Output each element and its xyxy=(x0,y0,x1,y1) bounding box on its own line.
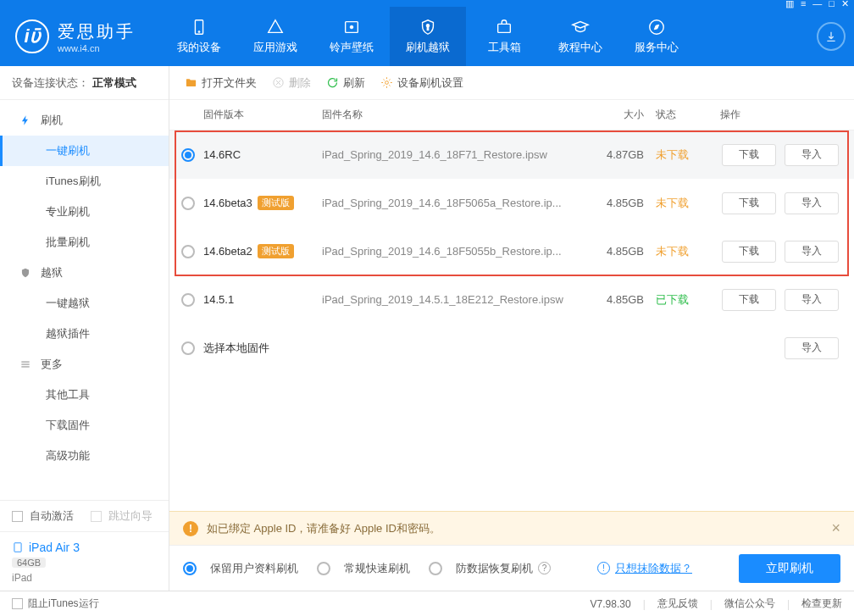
app-subtitle: www.i4.cn xyxy=(58,43,136,53)
version-label: V7.98.30 xyxy=(591,598,631,610)
svg-point-3 xyxy=(350,25,353,29)
sidebar-item-batch-flash[interactable]: 批量刷机 xyxy=(0,227,169,258)
help-icon[interactable]: ? xyxy=(538,562,551,574)
wechat-link[interactable]: 微信公众号 xyxy=(724,597,775,611)
logo-icon: iῡ xyxy=(15,19,49,53)
compass-icon xyxy=(647,18,666,36)
phone-icon xyxy=(190,18,208,36)
sidebar-group-flash[interactable]: 刷机 xyxy=(0,105,169,136)
gear-icon xyxy=(380,76,393,89)
import-button[interactable]: 导入 xyxy=(785,192,839,214)
sidebar-item-jb-plugins[interactable]: 越狱插件 xyxy=(0,319,169,349)
auto-activate-checkbox[interactable] xyxy=(12,511,23,522)
refresh-icon xyxy=(326,76,339,89)
skip-guide-label: 跳过向导 xyxy=(108,508,152,524)
block-itunes-label: 阻止iTunes运行 xyxy=(28,597,99,611)
nav-service[interactable]: 服务中心 xyxy=(618,7,695,66)
warning-bar: ! 如已绑定 Apple ID，请准备好 Apple ID和密码。 × xyxy=(169,511,854,545)
sidebar-item-oneclick-jb[interactable]: 一键越狱 xyxy=(0,288,169,319)
sidebar-group-more[interactable]: 更多 xyxy=(0,349,169,380)
close-icon[interactable]: ✕ xyxy=(841,0,849,9)
row-radio[interactable] xyxy=(181,341,195,355)
th-action: 操作 xyxy=(703,108,839,122)
svg-rect-5 xyxy=(427,27,429,31)
firmware-row[interactable]: 14.5.1 iPad_Spring_2019_14.5.1_18E212_Re… xyxy=(169,275,854,324)
footer: 阻止iTunes运行 V7.98.30 | 意见反馈 | 微信公众号 | 检查更… xyxy=(0,591,854,616)
nav-apps[interactable]: 应用游戏 xyxy=(237,7,313,66)
download-manager-button[interactable] xyxy=(817,22,846,51)
window-controls[interactable]: ▥ ≡ — □ ✕ xyxy=(785,0,849,9)
import-button[interactable]: 导入 xyxy=(785,144,839,166)
settings-button[interactable]: 设备刷机设置 xyxy=(380,75,463,91)
info-icon: ! xyxy=(597,562,610,574)
import-button[interactable]: 导入 xyxy=(785,241,839,263)
row-radio[interactable] xyxy=(181,148,195,162)
check-update-link[interactable]: 检查更新 xyxy=(801,597,842,611)
import-button[interactable]: 导入 xyxy=(785,289,839,311)
sidebar-item-advanced[interactable]: 高级功能 xyxy=(0,441,169,471)
nav-my-device[interactable]: 我的设备 xyxy=(161,7,237,66)
start-flash-button[interactable]: 立即刷机 xyxy=(739,554,840,583)
sidebar-group-jailbreak[interactable]: 越狱 xyxy=(0,258,169,288)
firmware-row[interactable]: 14.6beta2测试版 iPad_Spring_2019_14.6_18F50… xyxy=(169,227,854,275)
skip-guide-checkbox[interactable] xyxy=(91,511,102,522)
svg-rect-8 xyxy=(21,362,29,363)
firmware-row[interactable]: 14.6beta3测试版 iPad_Spring_2019_14.6_18F50… xyxy=(169,179,854,227)
delete-icon xyxy=(272,76,285,89)
opt-normal[interactable]: 常规快速刷机 xyxy=(317,561,410,576)
erase-only-link[interactable]: ! 只想抹除数据？ xyxy=(597,561,692,576)
minimize-icon[interactable]: — xyxy=(812,0,822,9)
main-nav: 我的设备 应用游戏 铃声壁纸 刷机越狱 工具箱 教程中心 服务中心 xyxy=(161,7,817,66)
refresh-button[interactable]: 刷新 xyxy=(326,75,365,91)
row-radio[interactable] xyxy=(181,197,195,210)
sidebar-item-pro-flash[interactable]: 专业刷机 xyxy=(0,197,169,227)
opt-anti-recovery[interactable]: 防数据恢复刷机 ? xyxy=(429,561,551,576)
feedback-link[interactable]: 意见反馈 xyxy=(657,597,698,611)
svg-point-13 xyxy=(385,81,389,85)
app-title: 爱思助手 xyxy=(58,20,136,43)
folder-icon xyxy=(185,76,197,89)
connection-status: 设备连接状态： 正常模式 xyxy=(0,66,169,100)
apps-icon xyxy=(266,18,285,36)
block-itunes-checkbox[interactable] xyxy=(12,598,23,609)
row-radio[interactable] xyxy=(181,245,195,258)
firmware-row[interactable]: 14.6RC iPad_Spring_2019_14.6_18F71_Resto… xyxy=(169,130,854,179)
warning-close-button[interactable]: × xyxy=(831,519,840,537)
local-firmware-row[interactable]: 选择本地固件 导入 xyxy=(169,324,854,372)
nav-flash-jailbreak[interactable]: 刷机越狱 xyxy=(390,7,466,66)
flash-icon xyxy=(19,114,32,127)
svg-point-1 xyxy=(198,31,200,33)
svg-point-4 xyxy=(426,24,430,27)
menu-icon[interactable]: ≡ xyxy=(801,0,806,9)
th-size: 大小 xyxy=(585,108,644,122)
device-info[interactable]: iPad Air 3 64GB iPad xyxy=(0,531,169,591)
sidebar-item-itunes-flash[interactable]: iTunes刷机 xyxy=(0,166,169,197)
row-radio[interactable] xyxy=(181,293,195,307)
download-button[interactable]: 下载 xyxy=(722,241,776,263)
sidebar-item-download-fw[interactable]: 下载固件 xyxy=(0,410,169,441)
shield-icon xyxy=(19,266,32,280)
sidebar-item-other-tools[interactable]: 其他工具 xyxy=(0,380,169,410)
tablet-icon xyxy=(12,541,24,553)
nav-ringtones[interactable]: 铃声壁纸 xyxy=(313,7,390,66)
sidebar: 设备连接状态： 正常模式 刷机 一键刷机 iTunes刷机 专业刷机 批量刷机 … xyxy=(0,66,169,591)
download-button[interactable]: 下载 xyxy=(722,144,776,166)
import-button[interactable]: 导入 xyxy=(785,337,839,359)
graduation-icon xyxy=(571,18,590,36)
download-button[interactable]: 下载 xyxy=(722,289,776,311)
open-folder-button[interactable]: 打开文件夹 xyxy=(185,75,257,91)
sidebar-item-oneclick-flash[interactable]: 一键刷机 xyxy=(0,136,169,166)
svg-rect-11 xyxy=(14,543,21,552)
toolbar: 打开文件夹 删除 刷新 设备刷机设置 xyxy=(169,66,854,100)
download-button[interactable]: 下载 xyxy=(722,192,776,214)
shield-key-icon xyxy=(419,18,437,36)
options-bar: 保留用户资料刷机 常规快速刷机 防数据恢复刷机 ? ! 只想抹除数据？ 立即刷机 xyxy=(169,545,854,591)
app-header: iῡ 爱思助手 www.i4.cn 我的设备 应用游戏 铃声壁纸 刷机越狱 工具… xyxy=(0,7,854,66)
maximize-icon[interactable]: □ xyxy=(829,0,835,9)
tshirt-icon[interactable]: ▥ xyxy=(785,0,794,9)
opt-keep-data[interactable]: 保留用户资料刷机 xyxy=(183,561,298,576)
nav-toolbox[interactable]: 工具箱 xyxy=(466,7,542,66)
firmware-rows: 14.6RC iPad_Spring_2019_14.6_18F71_Resto… xyxy=(169,130,854,372)
toolbox-icon xyxy=(495,18,513,36)
nav-tutorials[interactable]: 教程中心 xyxy=(542,7,618,66)
